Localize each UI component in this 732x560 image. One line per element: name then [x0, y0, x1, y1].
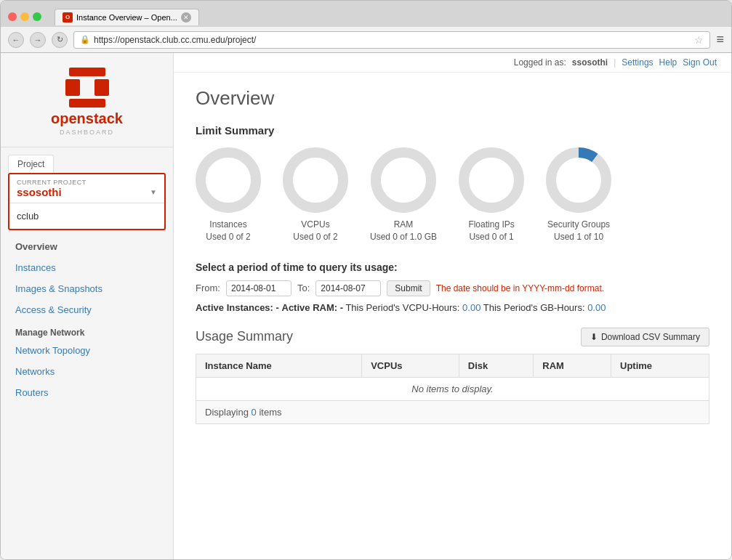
- floating-ips-gauge-label: Floating IPsUsed 0 of 1: [468, 219, 514, 243]
- content-area: Overview Limit Summary InstancesInstance…: [174, 73, 731, 439]
- close-window-button[interactable]: [8, 12, 17, 21]
- submit-button[interactable]: Submit: [387, 280, 430, 296]
- current-project-label: CURRENT PROJECT: [17, 179, 157, 186]
- instances-gauge-chart: [196, 147, 261, 213]
- active-info: Active Instances: - Active RAM: - This P…: [196, 302, 709, 313]
- vcpus-gauge-chart: [283, 147, 348, 213]
- dropdown-arrow-icon: ▼: [150, 188, 157, 196]
- usage-summary-header: Usage Summary ⬇ Download CSV Summary: [196, 328, 709, 346]
- sidebar: openstack DASHBOARD Project CURRENT PROJ…: [1, 53, 174, 559]
- col-disk: Disk: [459, 354, 534, 377]
- from-date-input[interactable]: [226, 280, 291, 296]
- from-label: From:: [196, 283, 220, 293]
- security-groups-gauge-label: Security GroupsUsed 1 of 10: [547, 219, 610, 243]
- svg-rect-1: [69, 99, 105, 107]
- sidebar-item-network-topology[interactable]: Network Topology: [1, 340, 173, 361]
- signout-link[interactable]: Sign Out: [683, 57, 717, 68]
- ram-gauge-label: RAMUsed 0 of 1.0 GB: [370, 219, 437, 243]
- col-vcpus: VCPUs: [362, 354, 459, 377]
- sidebar-item-access-security[interactable]: Access & Security: [1, 299, 173, 320]
- gauge-instances: InstancesInstances Used 0 of 2Used 0 of …: [196, 147, 261, 243]
- tab-favicon: O: [63, 12, 73, 23]
- topbar: Logged in as: ssosothi | Settings Help S…: [174, 53, 731, 73]
- sidebar-item-images-snapshots[interactable]: Images & Snapshots: [1, 278, 173, 299]
- project-tab[interactable]: Project: [8, 155, 54, 173]
- sidebar-item-networks[interactable]: Networks: [1, 361, 173, 382]
- gauge-ram: RAMUsed 0 of 1.0 GB: [370, 147, 437, 243]
- ssl-lock-icon: 🔒: [80, 35, 90, 44]
- usage-table: Instance Name VCPUs Disk RAM Uptime No i…: [196, 354, 709, 424]
- gauge-vcpus: VCPUsUsed 0 of 2: [283, 147, 348, 243]
- svg-point-6: [376, 153, 431, 208]
- browser-toolbar: ← → ↻ 🔒 https://openstack.club.cc.cmu.ed…: [1, 27, 731, 53]
- gauge-security-groups: Security GroupsUsed 1 of 10: [546, 147, 611, 243]
- tab-close-button[interactable]: ✕: [181, 12, 191, 23]
- address-bar[interactable]: 🔒 https://openstack.club.cc.cmu.edu/proj…: [73, 31, 710, 49]
- displaying-label: Displaying: [205, 407, 249, 418]
- svg-rect-0: [69, 68, 105, 76]
- maximize-window-button[interactable]: [33, 12, 41, 21]
- to-label: To:: [297, 283, 310, 293]
- project-name-row: ssosothi ▼: [17, 186, 157, 198]
- no-items-message: No items to display.: [196, 377, 709, 400]
- no-items-row: No items to display.: [196, 377, 709, 400]
- displaying-count: 0: [252, 407, 257, 418]
- project-option-cclub[interactable]: cclub: [9, 206, 164, 226]
- browser-menu-button[interactable]: ≡: [716, 32, 724, 47]
- limit-summary-title: Limit Summary: [196, 124, 709, 137]
- table-header-row: Instance Name VCPUs Disk RAM Uptime: [196, 354, 709, 377]
- sidebar-item-overview[interactable]: Overview: [1, 236, 173, 257]
- sidebar-item-instances[interactable]: Instances: [1, 257, 173, 278]
- logo-subtitle: DASHBOARD: [60, 129, 114, 136]
- download-csv-button[interactable]: ⬇ Download CSV Summary: [581, 328, 709, 346]
- col-instance-name: Instance Name: [196, 354, 362, 377]
- logo-stack: stack: [86, 110, 123, 126]
- sidebar-item-routers[interactable]: Routers: [1, 382, 173, 403]
- browser-tabs: O Instance Overview – Open... ✕: [55, 9, 199, 25]
- browser-titlebar: O Instance Overview – Open... ✕: [1, 1, 731, 27]
- vcpu-hours-value: 0.00: [462, 302, 480, 313]
- browser-window: O Instance Overview – Open... ✕ ← → ↻ 🔒 …: [0, 0, 732, 560]
- bookmark-star-icon[interactable]: ☆: [694, 34, 704, 46]
- ram-gauge-chart: [371, 147, 436, 213]
- forward-button[interactable]: →: [30, 32, 46, 48]
- openstack-logo-icon: [65, 68, 109, 107]
- period-section: Select a period of time to query its usa…: [196, 261, 709, 313]
- svg-point-5: [288, 153, 343, 208]
- topbar-separator1: |: [614, 57, 616, 68]
- period-title: Select a period of time to query its usa…: [196, 261, 709, 273]
- main-content: Logged in as: ssosothi | Settings Help S…: [174, 53, 731, 559]
- window-controls: [8, 12, 41, 21]
- page-title: Overview: [196, 87, 709, 110]
- url-text: https://openstack.club.cc.cmu.edu/projec…: [94, 35, 256, 45]
- date-format-hint: The date should be in YYYY-mm-dd format.: [436, 283, 604, 293]
- col-ram: RAM: [534, 354, 611, 377]
- manage-network-section-title: Manage Network: [1, 320, 173, 340]
- vcpus-gauge-label: VCPUsUsed 0 of 2: [293, 219, 337, 243]
- logo-open: open: [51, 110, 86, 126]
- displaying-row: Displaying 0 items: [196, 400, 709, 423]
- period-form: From: To: Submit The date should be in Y…: [196, 280, 709, 296]
- download-btn-label: Download CSV Summary: [601, 332, 700, 342]
- floating-ips-gauge-chart: [459, 147, 524, 213]
- project-dropdown[interactable]: CURRENT PROJECT ssosothi ▼ cclub: [8, 173, 166, 230]
- back-button[interactable]: ←: [8, 32, 24, 48]
- col-uptime: Uptime: [611, 354, 709, 377]
- tab-title: Instance Overview – Open...: [76, 13, 177, 22]
- to-date-input[interactable]: [315, 280, 381, 296]
- current-project-name: ssosothi: [17, 186, 62, 198]
- svg-point-7: [464, 153, 519, 208]
- sidebar-logo: openstack DASHBOARD: [1, 53, 173, 147]
- gb-hours-value: 0.00: [587, 302, 606, 313]
- settings-link[interactable]: Settings: [622, 57, 653, 68]
- help-link[interactable]: Help: [659, 57, 677, 68]
- refresh-button[interactable]: ↻: [52, 32, 68, 48]
- usage-summary-title: Usage Summary: [196, 329, 293, 344]
- instances-gauge-label: InstancesInstances Used 0 of 2Used 0 of …: [206, 219, 250, 243]
- active-tab[interactable]: O Instance Overview – Open... ✕: [55, 9, 199, 25]
- svg-point-4: [201, 153, 256, 208]
- project-dropdown-header[interactable]: CURRENT PROJECT ssosothi ▼: [9, 174, 164, 203]
- minimize-window-button[interactable]: [20, 12, 29, 21]
- svg-rect-2: [65, 79, 80, 96]
- logo-text: openstack: [51, 110, 123, 127]
